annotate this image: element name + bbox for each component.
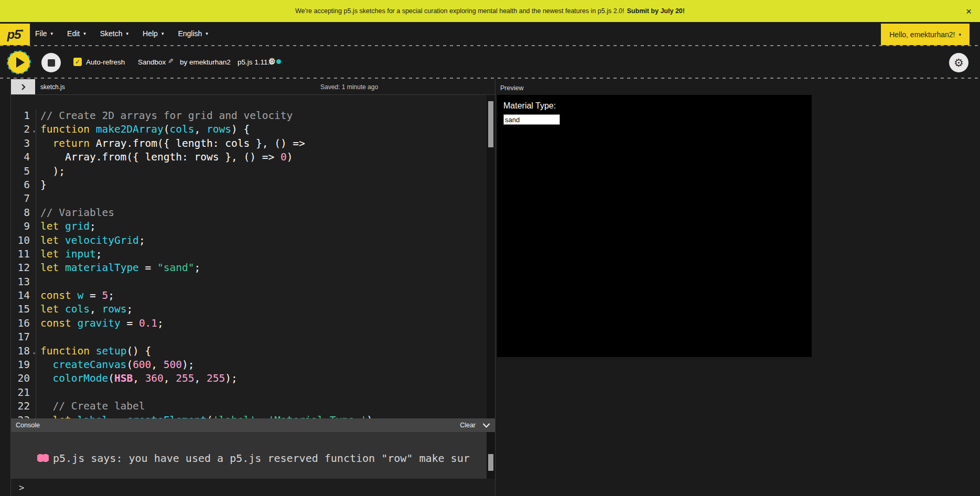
menu-sketch[interactable]: Sketch▾ (100, 29, 128, 38)
line-number: 2▾ (11, 123, 36, 136)
settings-button[interactable]: ⚙ (949, 53, 968, 72)
chevron-down-icon: ▾ (83, 31, 86, 36)
sketch-canvas[interactable]: Material Type: (497, 95, 812, 357)
code-line[interactable] (40, 386, 487, 400)
line-number: 15 (11, 303, 36, 316)
code-line[interactable]: let input; (40, 247, 487, 261)
material-type-label: Material Type: (503, 101, 556, 111)
console-messages: p5.js says: you have used a p5.js reserv… (37, 432, 495, 479)
code-line[interactable]: // Create label (40, 400, 487, 413)
menu-file[interactable]: File▾ (35, 29, 53, 38)
chevron-down-icon: ▾ (51, 31, 53, 36)
code-line[interactable]: function setup() { (40, 344, 487, 358)
chevron-down-icon: ▾ (161, 31, 164, 36)
console-scrollbar-thumb[interactable] (488, 454, 493, 471)
code-line[interactable]: let materialType = "sand"; (40, 261, 487, 275)
code-line[interactable]: } (40, 178, 487, 192)
line-number: 19 (11, 358, 36, 372)
p5-logo[interactable]: p5* (0, 24, 30, 45)
console-header: Console Clear (11, 418, 495, 432)
code-line[interactable]: let label = createElement('label', 'Mate… (40, 414, 487, 418)
code-line[interactable] (40, 275, 487, 289)
console-output[interactable]: p5.js says: you have used a p5.js reserv… (11, 432, 495, 479)
header-bar: p5* File▾ Edit▾ Sketch▾ Help▾ English▾ H… (0, 22, 980, 46)
code-line[interactable]: function make2DArray(cols, rows) { (40, 123, 487, 136)
project-name[interactable]: Sandbox (138, 58, 166, 66)
menu-help[interactable]: Help▾ (143, 29, 164, 38)
console-clear-button[interactable]: Clear (460, 422, 476, 429)
play-button[interactable] (8, 51, 30, 73)
project-author: by emekturhan2 (180, 58, 231, 66)
menu-language[interactable]: English▾ (178, 29, 208, 38)
gutter: 12▾3456789101112131415161718▾1920212223 (11, 109, 36, 418)
code-line[interactable] (40, 192, 487, 206)
console-title: Console (16, 422, 40, 429)
code-line[interactable]: let grid; (40, 220, 487, 233)
code-line[interactable] (40, 330, 487, 344)
line-number: 1 (11, 109, 36, 123)
line-number: 14 (11, 289, 36, 303)
code-line[interactable]: Array.from({ length: rows }, () => 0) (40, 150, 487, 164)
code-line[interactable]: // Create 2D arrays for grid and velocit… (40, 109, 487, 123)
menu-bar: File▾ Edit▾ Sketch▾ Help▾ English▾ (35, 22, 208, 45)
console-scrollbar[interactable] (487, 432, 495, 479)
line-number: 21 (11, 386, 36, 400)
line-number: 22 (11, 400, 36, 413)
banner-message-bold: Submit by July 20! (627, 7, 685, 15)
toolbar-divider (0, 78, 980, 79)
stop-button[interactable] (41, 53, 61, 72)
code-line[interactable]: const w = 5; (40, 289, 487, 303)
edit-name-icon[interactable]: ✎ (168, 57, 174, 65)
check-icon: ✓ (75, 58, 80, 66)
line-number: 6 (11, 178, 36, 192)
tab-sketch-js[interactable]: sketch.js (40, 83, 65, 91)
line-number: 5 (11, 165, 36, 178)
code-line[interactable]: colorMode(HSB, 360, 255, 255); (40, 372, 487, 385)
prompt-chevron-icon: > (19, 482, 24, 493)
play-icon (16, 57, 25, 68)
line-number: 23 (11, 414, 36, 418)
code-line[interactable]: // Variables (40, 206, 487, 220)
code-line[interactable]: let cols, rows; (40, 303, 487, 316)
logo-asterisk: * (20, 28, 23, 36)
code-editor[interactable]: 12▾3456789101112131415161718▾1920212223 … (11, 95, 495, 418)
chevron-right-icon (21, 83, 26, 91)
chevron-down-icon: ▾ (206, 31, 208, 36)
line-number: 9 (11, 220, 36, 233)
editor-scrollbar[interactable] (487, 95, 495, 418)
p5-flower-icon (37, 454, 49, 462)
autorefresh-label: Auto-refresh (86, 58, 125, 66)
line-number: 3 (11, 137, 36, 150)
saved-status: Saved: 1 minute ago (320, 83, 378, 91)
gear-icon: ⚙ (954, 57, 964, 68)
announcement-banner: We're accepting p5.js sketches for a spe… (0, 0, 980, 22)
menu-edit[interactable]: Edit▾ (67, 29, 86, 38)
console-collapse-icon[interactable] (482, 423, 490, 428)
editor-panel: sketch.js Saved: 1 minute ago 12▾3456789… (10, 79, 496, 496)
code-line[interactable]: let velocityGrid; (40, 234, 487, 247)
code-line[interactable]: ); (40, 165, 487, 178)
code-lines: // Create 2D arrays for grid and velocit… (36, 109, 487, 418)
autorefresh-checkbox[interactable]: ✓ (73, 58, 82, 66)
close-icon[interactable]: × (966, 6, 972, 16)
line-number: 11 (11, 247, 36, 261)
account-menu-button[interactable]: Hello, emekturhan2! ▾ (881, 24, 970, 45)
sidebar-expand-button[interactable] (11, 79, 35, 94)
line-number: 16 (11, 317, 36, 330)
update-notification-dot (276, 59, 281, 64)
code-line[interactable]: const gravity = 0.1; (40, 317, 487, 330)
material-type-input[interactable] (503, 114, 560, 125)
version-settings-gear-icon[interactable]: ⚙ (268, 56, 276, 67)
console-input-row[interactable]: > (11, 479, 495, 496)
chevron-down-icon: ▾ (959, 32, 961, 37)
code-line[interactable]: return Array.from({ length: cols }, () =… (40, 137, 487, 150)
line-number: 20 (11, 372, 36, 385)
line-number: 12 (11, 261, 36, 275)
line-number: 18▾ (11, 344, 36, 358)
line-number: 4 (11, 150, 36, 164)
line-number: 13 (11, 275, 36, 289)
editor-scrollbar-thumb[interactable] (488, 101, 493, 147)
file-tab-bar: sketch.js Saved: 1 minute ago (11, 79, 495, 95)
code-line[interactable]: createCanvas(600, 500); (40, 358, 487, 372)
line-number: 7 (11, 192, 36, 206)
